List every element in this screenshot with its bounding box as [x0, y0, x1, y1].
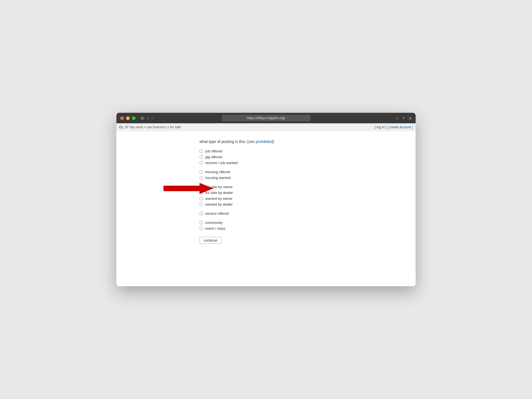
radio-item-housing-offered: housing offered	[200, 169, 416, 175]
cl-logo: CL	[119, 125, 124, 129]
url-bar[interactable]: https://sfbay.craigslist.org/	[222, 115, 310, 121]
radio-item-for-sale-by-dealer: for sale by dealer	[200, 190, 416, 196]
radio-item-wanted-by-owner: wanted by owner	[200, 196, 416, 201]
red-arrow-icon	[163, 181, 213, 195]
radio-item-housing-wanted: housing wanted	[200, 175, 416, 181]
radio-job-offered[interactable]	[200, 149, 203, 153]
minimize-button[interactable]	[126, 116, 130, 120]
nav-bar: CL SF bay area > san francisco > for sal…	[116, 123, 416, 131]
prohibited-link[interactable]: see prohibited	[249, 139, 273, 144]
form-title: what type of posting is this: (see prohi…	[200, 139, 416, 144]
label-housing-offered[interactable]: housing offered	[205, 170, 230, 174]
url-text: https://sfbay.craigslist.org/	[247, 116, 285, 120]
breadcrumb-text: SF bay area > san francisco > for sale	[125, 125, 181, 129]
title-bar-right: ⎋ + ⊞	[396, 116, 412, 121]
radio-event-class[interactable]	[200, 227, 203, 230]
browser-window: ⊞ ‹ › https://sfbay.craigslist.org/ ⎋ + …	[116, 113, 416, 286]
grid-icon[interactable]: ⊞	[409, 116, 412, 120]
nav-arrows: ‹ ›	[146, 116, 154, 121]
radio-housing-offered[interactable]	[200, 170, 203, 174]
label-resume-job-wanted[interactable]: resume / job wanted	[205, 161, 238, 165]
back-button[interactable]: ‹	[146, 116, 149, 121]
svg-marker-0	[163, 183, 213, 194]
create-account-link[interactable]: create account	[389, 125, 411, 129]
radio-item-wanted-by-dealer: wanted by dealer	[200, 201, 416, 207]
radio-item-gig-offered: gig offered	[200, 154, 416, 160]
continue-button[interactable]: continue	[200, 237, 221, 244]
login-link[interactable]: log in	[377, 125, 385, 129]
label-gig-offered[interactable]: gig offered	[205, 155, 222, 159]
forward-button[interactable]: ›	[150, 116, 154, 121]
maximize-button[interactable]	[132, 116, 135, 120]
radio-item-for-sale-by-owner: for sale by owner	[200, 184, 416, 190]
label-wanted-by-dealer[interactable]: wanted by dealer	[205, 202, 233, 206]
title-bar: ⊞ ‹ › https://sfbay.craigslist.org/ ⎋ + …	[116, 113, 416, 123]
share-icon[interactable]: ⎋	[396, 116, 398, 120]
radio-item-community: community	[200, 220, 416, 226]
label-wanted-by-owner[interactable]: wanted by owner	[205, 196, 232, 201]
page-content: what type of posting is this: (see prohi…	[116, 131, 416, 286]
radio-resume-job-wanted[interactable]	[200, 161, 203, 165]
sidebar-toggle[interactable]: ⊞	[140, 116, 144, 121]
label-service-offered[interactable]: service offered	[205, 211, 229, 216]
arrow-container	[163, 181, 213, 195]
radio-wanted-by-owner[interactable]	[200, 197, 203, 200]
radio-housing-wanted[interactable]	[200, 176, 203, 180]
radio-community[interactable]	[200, 221, 203, 224]
auth-links: [ log in ] [ create account ]	[375, 125, 413, 129]
radio-wanted-by-dealer[interactable]	[200, 203, 203, 206]
form-container: what type of posting is this: (see prohi…	[116, 139, 416, 244]
radio-gig-offered[interactable]	[200, 155, 203, 159]
label-community[interactable]: community	[205, 221, 223, 225]
radio-service-offered[interactable]	[200, 212, 203, 215]
radio-group: job offered gig offered resume / job wan…	[200, 148, 416, 231]
label-event-class[interactable]: event / class	[205, 226, 225, 231]
traffic-lights	[120, 116, 135, 120]
radio-item-job-offered: job offered	[200, 148, 416, 154]
close-button[interactable]	[120, 116, 124, 120]
label-job-offered[interactable]: job offered	[205, 149, 222, 153]
new-tab-icon[interactable]: +	[402, 116, 405, 121]
radio-item-service-offered: service offered	[200, 211, 416, 216]
label-housing-wanted[interactable]: housing wanted	[205, 176, 231, 180]
radio-item-event-class: event / class	[200, 226, 416, 231]
radio-item-resume-job-wanted: resume / job wanted	[200, 160, 416, 166]
breadcrumb: CL SF bay area > san francisco > for sal…	[119, 125, 181, 129]
sidebar-icon: ⊞	[140, 116, 144, 121]
